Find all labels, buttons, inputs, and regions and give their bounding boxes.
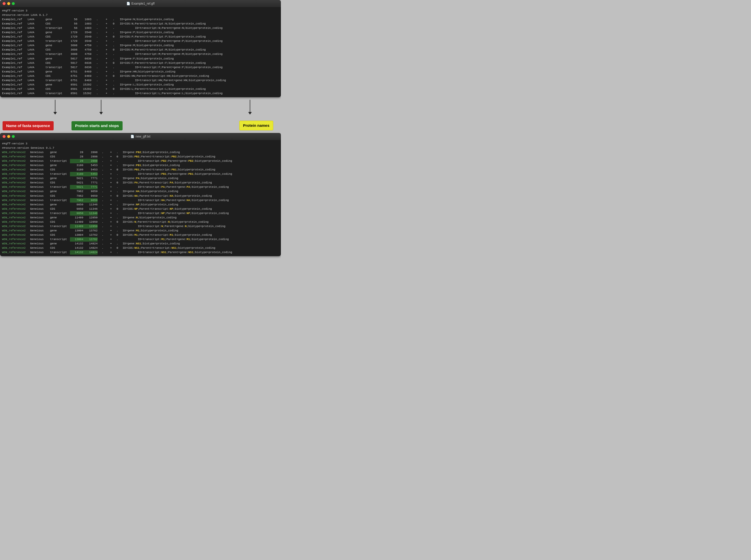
close-button-1[interactable] — [3, 2, 6, 5]
col-start: 7962 — [70, 198, 83, 203]
col-start: 56 — [64, 17, 77, 22]
col-start: 5017 — [64, 61, 77, 65]
table-row: Example1_refLAVACDS561603.+0ID=CDS:N;Par… — [2, 22, 279, 26]
col-type: gene — [45, 83, 64, 87]
col-attrs: ID=transcript:PB1;Parent=gene:PB1;biotyp… — [120, 172, 232, 176]
col-source: Geneious — [30, 207, 50, 211]
col-type: CDS — [50, 220, 70, 224]
gff-rows-2: WSN_reference2Geneiousgene282898.+.ID=ge… — [2, 150, 279, 255]
traffic-lights-2[interactable] — [3, 135, 15, 138]
col-source: Geneious — [30, 224, 50, 228]
col-end: 12850 — [83, 220, 98, 224]
col-end: 8469 — [77, 69, 92, 74]
table-row: WSN_reference2Geneiousgene282898.+.ID=ge… — [2, 150, 279, 155]
col-attrs: ID=transcript:P;Parent=gene:P;biotype=pr… — [117, 39, 223, 43]
col-phase: 0 — [110, 74, 117, 78]
col-attrs: ID=transcript:HA;Parent=gene:HA;biotype=… — [120, 198, 229, 203]
table-row: WSN_reference2Geneioustranscript98501134… — [2, 211, 279, 216]
col-attrs: ID=gene:NP;biotype=protein_coding — [120, 203, 178, 207]
col-seq: Example1_ref — [2, 83, 27, 87]
col-dot: . — [92, 48, 103, 52]
maximize-button-2[interactable] — [12, 135, 15, 138]
col-type: transcript — [50, 159, 70, 163]
col-start: 28 — [70, 155, 83, 159]
col-phase: 0 — [114, 194, 120, 198]
col-source: LAVA — [27, 43, 45, 48]
col-dot: . — [92, 26, 103, 31]
col-attrs: ID=gene:M1;biotype=protein_coding — [120, 228, 178, 233]
col-strand: + — [108, 189, 114, 194]
col-start: 28 — [70, 159, 83, 163]
col-source: Geneious — [30, 167, 50, 172]
col-seq: WSN_reference2 — [2, 163, 30, 167]
table-row: WSN_reference2GeneiousCDS1300413762.+0ID… — [2, 233, 279, 237]
col-end: 11346 — [83, 203, 98, 207]
col-strand: + — [103, 26, 110, 31]
col-start: 28 — [70, 150, 83, 155]
col-strand: + — [103, 61, 110, 65]
col-end: 15292 — [77, 91, 92, 96]
table-row: WSN_reference2Geneioustranscript14132148… — [2, 250, 279, 255]
arrow-left — [55, 100, 55, 113]
table-row: WSN_reference2Geneiousgene1148912850.+.I… — [2, 216, 279, 220]
col-source: Geneious — [30, 189, 50, 194]
col-start: 56 — [64, 22, 77, 26]
col-strand: + — [103, 57, 110, 61]
col-start: 1729 — [64, 39, 77, 43]
col-source: Geneious — [30, 159, 50, 163]
window1-content: ##gff-version 3 ##source-version LAVA 9.… — [0, 7, 281, 97]
col-start: 9850 — [70, 203, 83, 207]
col-seq: WSN_reference2 — [2, 233, 30, 237]
col-attrs: ID=gene:L;biotype=protein_coding — [117, 83, 174, 87]
table-row: Example1_refLAVAgene50176636.+.ID=gene:F… — [2, 57, 279, 61]
col-phase: . — [114, 163, 120, 167]
col-type: transcript — [50, 237, 70, 242]
col-start: 8591 — [64, 91, 77, 96]
close-button-2[interactable] — [3, 135, 6, 138]
col-start: 11489 — [70, 216, 83, 220]
label-protein-starts: Protein starts and stops — [72, 121, 122, 131]
col-end: 1603 — [77, 22, 92, 26]
col-type: transcript — [45, 91, 64, 96]
col-seq: WSN_reference2 — [2, 189, 30, 194]
col-start: 3698 — [64, 52, 77, 56]
minimize-button-2[interactable] — [7, 135, 10, 138]
col-type: gene — [45, 43, 64, 48]
col-type: CDS — [50, 181, 70, 185]
minimize-button-1[interactable] — [7, 2, 10, 5]
col-seq: Example1_ref — [2, 31, 27, 35]
table-row: Example1_refLAVAtranscript36984759.+. ID… — [2, 52, 279, 56]
maximize-button-1[interactable] — [12, 2, 15, 5]
col-seq: WSN_reference2 — [2, 224, 30, 228]
col-type: transcript — [50, 172, 70, 176]
arrow-right — [250, 100, 250, 113]
col-strand: + — [108, 207, 114, 211]
col-phase: . — [110, 69, 117, 74]
col-start: 1729 — [64, 35, 77, 39]
col-start: 8591 — [64, 87, 77, 91]
col-type: CDS — [50, 207, 70, 211]
col-strand: + — [108, 159, 114, 163]
col-attrs: ID=transcript:N;Parent=gene:N;biotype=pr… — [117, 26, 223, 31]
col-dot: . — [98, 150, 108, 155]
table-row: Example1_refLAVAgene67518469.+.ID=gene:H… — [2, 69, 279, 74]
col-phase: . — [114, 189, 120, 194]
col-phase: 0 — [114, 220, 120, 224]
col-dot: . — [98, 155, 108, 159]
col-strand: + — [108, 181, 114, 185]
col-dot: . — [98, 172, 108, 176]
col-source: Geneious — [30, 250, 50, 255]
col-attrs: ID=CDS:N;Parent=transcript:N;biotype=pro… — [120, 220, 209, 224]
col-seq: Example1_ref — [2, 91, 27, 96]
col-dot: . — [92, 52, 103, 56]
col-dot: . — [92, 57, 103, 61]
traffic-lights-1[interactable] — [3, 2, 15, 5]
col-attrs: ID=gene:HN;biotype=protein_coding — [117, 69, 175, 74]
col-type: gene — [50, 189, 70, 194]
col-end: 11346 — [83, 207, 98, 211]
table-row: Example1_refLAVAgene17293540.+.ID=gene:P… — [2, 31, 279, 35]
col-seq: WSN_reference2 — [2, 185, 30, 189]
file-icon-2: 📄 — [131, 135, 134, 138]
col-dot: . — [92, 43, 103, 48]
col-strand: + — [103, 39, 110, 43]
